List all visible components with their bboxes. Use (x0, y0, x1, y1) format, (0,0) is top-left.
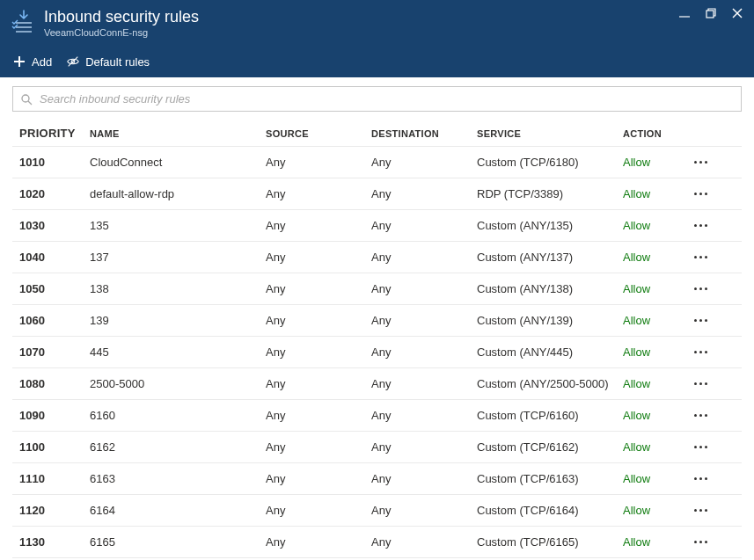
restore-icon (705, 7, 717, 19)
table-header: PRIORITY NAME SOURCE DESTINATION SERVICE… (12, 120, 742, 147)
context-menu-button[interactable] (681, 314, 720, 327)
col-service[interactable]: SERVICE (473, 123, 619, 144)
minimize-button[interactable] (677, 5, 692, 21)
context-menu-button[interactable] (681, 409, 720, 422)
close-button[interactable] (729, 5, 745, 21)
context-menu-button[interactable] (681, 156, 720, 169)
cell-action: Allow (619, 182, 681, 206)
svg-line-12 (28, 101, 32, 105)
cell-name: 6163 (86, 467, 262, 491)
context-menu-button[interactable] (681, 345, 720, 359)
cell-source: Any (262, 530, 368, 554)
cell-name: 6160 (86, 404, 262, 427)
cell-action: Allow (619, 214, 681, 237)
cell-destination: Any (368, 530, 473, 554)
col-priority[interactable]: PRIORITY (16, 121, 86, 145)
cell-destination: Any (368, 309, 473, 332)
cell-action: Allow (619, 340, 681, 364)
blade-header: Inbound security rules VeeamCloudConnE-n… (0, 0, 754, 47)
cell-destination: Any (368, 467, 473, 491)
cell-destination: Any (368, 404, 473, 427)
cell-action: Allow (619, 435, 681, 459)
table-row[interactable]: 1060139AnyAnyCustom (ANY/139)Allow (12, 305, 742, 337)
cell-destination: Any (368, 498, 473, 522)
cell-action: Allow (619, 530, 681, 554)
table-row[interactable]: 11006162AnyAnyCustom (TCP/6162)Allow (12, 432, 742, 463)
cell-priority: 1040 (16, 245, 86, 269)
blade-title: Inbound security rules (44, 7, 743, 26)
col-destination[interactable]: DESTINATION (368, 123, 473, 144)
context-menu-button[interactable] (681, 535, 720, 549)
cell-source: Any (262, 182, 368, 206)
cell-name: 139 (86, 309, 262, 332)
cell-priority: 1130 (16, 530, 86, 554)
rules-table: PRIORITY NAME SOURCE DESTINATION SERVICE… (12, 120, 742, 558)
col-action[interactable]: ACTION (619, 123, 681, 144)
inbound-rules-icon (11, 9, 37, 35)
col-name[interactable]: NAME (86, 123, 262, 144)
cell-name: 2500-5000 (86, 372, 262, 396)
svg-line-10 (69, 57, 78, 67)
restore-button[interactable] (703, 5, 719, 21)
table-row[interactable]: 11206164AnyAnyCustom (TCP/6164)Allow (12, 495, 742, 527)
context-menu-button[interactable] (681, 504, 720, 517)
search-input[interactable] (38, 91, 734, 106)
cell-priority: 1090 (16, 404, 86, 427)
table-row[interactable]: 1040137AnyAnyCustom (ANY/137)Allow (12, 242, 742, 273)
search-box[interactable] (12, 86, 742, 112)
table-row[interactable]: 1020default-allow-rdpAnyAnyRDP (TCP/3389… (12, 178, 742, 210)
context-menu-button[interactable] (681, 282, 720, 295)
cell-destination: Any (368, 277, 473, 301)
svg-rect-1 (706, 11, 714, 18)
table-row[interactable]: 1070445AnyAnyCustom (ANY/445)Allow (12, 337, 742, 368)
close-icon (731, 7, 743, 19)
cell-source: Any (262, 277, 368, 301)
context-menu-button[interactable] (681, 377, 720, 390)
default-rules-button[interactable]: Default rules (66, 55, 150, 69)
cell-source: Any (262, 245, 368, 269)
table-row[interactable]: 1050138AnyAnyCustom (ANY/138)Allow (12, 273, 742, 305)
cell-service: Custom (ANY/137) (473, 245, 619, 269)
cell-destination: Any (368, 435, 473, 459)
cell-destination: Any (368, 182, 473, 206)
cell-action: Allow (619, 467, 681, 491)
col-source[interactable]: SOURCE (262, 123, 368, 144)
cell-name: 6164 (86, 498, 262, 522)
cell-destination: Any (368, 245, 473, 269)
cell-destination: Any (368, 150, 473, 174)
cell-destination: Any (368, 372, 473, 396)
cell-action: Allow (619, 404, 681, 427)
cell-source: Any (262, 435, 368, 459)
cell-destination: Any (368, 214, 473, 237)
table-row[interactable]: 10906160AnyAnyCustom (TCP/6160)Allow (12, 400, 742, 432)
svg-point-11 (22, 95, 29, 102)
command-bar: Add Default rules (0, 47, 754, 77)
table-row[interactable]: 11306165AnyAnyCustom (TCP/6165)Allow (12, 527, 742, 558)
cell-service: Custom (TCP/6160) (473, 404, 619, 427)
context-menu-button[interactable] (681, 219, 720, 232)
cell-destination: Any (368, 340, 473, 364)
context-menu-button[interactable] (681, 251, 720, 264)
cell-source: Any (262, 150, 368, 174)
context-menu-button[interactable] (681, 187, 720, 200)
cell-priority: 1120 (16, 498, 86, 522)
table-row[interactable]: 10802500-5000AnyAnyCustom (ANY/2500-5000… (12, 368, 742, 400)
table-row[interactable]: 1010CloudConnectAnyAnyCustom (TCP/6180)A… (12, 147, 742, 178)
minimize-icon (678, 7, 691, 19)
cell-priority: 1050 (16, 277, 86, 301)
cell-service: Custom (ANY/139) (473, 309, 619, 332)
table-row[interactable]: 1030135AnyAnyCustom (ANY/135)Allow (12, 210, 742, 242)
cell-priority: 1060 (16, 309, 86, 332)
context-menu-button[interactable] (681, 472, 720, 485)
cell-action: Allow (619, 498, 681, 522)
context-menu-button[interactable] (681, 440, 720, 454)
cell-source: Any (262, 498, 368, 522)
cell-service: Custom (ANY/138) (473, 277, 619, 301)
cell-service: Custom (TCP/6180) (473, 150, 619, 174)
cell-action: Allow (619, 309, 681, 332)
cell-priority: 1100 (16, 435, 86, 459)
add-button[interactable]: Add (12, 55, 52, 69)
add-label: Add (32, 55, 52, 69)
cell-service: RDP (TCP/3389) (473, 182, 619, 206)
table-row[interactable]: 11106163AnyAnyCustom (TCP/6163)Allow (12, 463, 742, 495)
